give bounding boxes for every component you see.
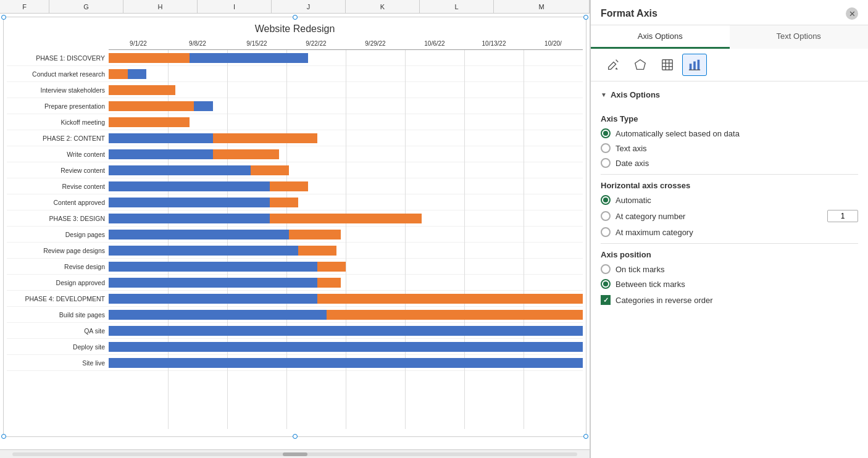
bar-track-6 bbox=[109, 149, 583, 160]
col-header-k: K bbox=[346, 0, 420, 13]
bar-row-6: Write content bbox=[7, 146, 583, 162]
shape-icon-button[interactable] bbox=[628, 54, 653, 76]
date-label-7: 10/20/ bbox=[524, 40, 583, 47]
bar-row-13: Revise design bbox=[7, 259, 583, 275]
bar-label-8: Revise content bbox=[7, 183, 109, 190]
axis-options-section: ▼ Axis Options Axis Type Automatically s… bbox=[591, 81, 868, 312]
axis-type-text[interactable]: Text axis bbox=[601, 143, 858, 153]
bar-orange-14 bbox=[317, 278, 341, 288]
date-axis: 9/1/22 9/8/22 9/15/22 9/22/22 9/29/22 10… bbox=[109, 38, 583, 50]
col-header-f: F bbox=[0, 0, 49, 13]
svg-rect-1 bbox=[662, 60, 673, 70]
bar-label-6: Write content bbox=[7, 151, 109, 158]
bar-orange-15 bbox=[317, 294, 583, 304]
close-button[interactable]: ✕ bbox=[846, 7, 858, 20]
category-number-input[interactable] bbox=[827, 210, 858, 222]
spreadsheet-area: F G H I J K L M Website Redesign 9/1/22 … bbox=[0, 0, 590, 458]
section-content: Axis Type Automatically select based on … bbox=[601, 103, 858, 307]
resize-handle-bm[interactable] bbox=[293, 434, 298, 439]
date-label-2: 9/15/22 bbox=[227, 40, 286, 47]
resize-handle-bl[interactable] bbox=[1, 434, 6, 439]
tab-text-options[interactable]: Text Options bbox=[730, 25, 869, 49]
resize-handle-tr[interactable] bbox=[583, 15, 588, 20]
axis-type-text-label: Text axis bbox=[616, 144, 647, 153]
bar-row-9: Content approved bbox=[7, 194, 583, 210]
panel-title: Format Axis bbox=[601, 8, 657, 19]
axis-pos-between-tick-label: Between tick marks bbox=[616, 280, 685, 289]
axis-type-date[interactable]: Date axis bbox=[601, 158, 858, 168]
col-header-m: M bbox=[494, 0, 590, 13]
bar-row-12: Review page designs bbox=[7, 243, 583, 259]
categories-reverse-checkbox[interactable]: Categories in reverse order bbox=[601, 295, 858, 305]
bar-orange-3 bbox=[109, 101, 194, 111]
axis-pos-on-tick[interactable]: On tick marks bbox=[601, 264, 858, 274]
horizontal-scrollbar[interactable] bbox=[0, 449, 590, 458]
h-axis-max-category[interactable]: At maximum category bbox=[601, 227, 858, 237]
col-header-g: G bbox=[49, 0, 123, 13]
bar-track-17 bbox=[109, 325, 583, 336]
fill-icon-button[interactable] bbox=[601, 54, 625, 76]
tab-axis-options[interactable]: Axis Options bbox=[591, 25, 730, 49]
chart-body: 9/1/22 9/8/22 9/15/22 9/22/22 9/29/22 10… bbox=[4, 38, 586, 429]
svg-rect-7 bbox=[693, 62, 696, 70]
h-axis-category[interactable]: At category number bbox=[601, 211, 827, 221]
bar-row-10: PHASE 3: DESIGN bbox=[7, 210, 583, 227]
bar-row-16: Build site pages bbox=[7, 307, 583, 323]
bar-track-16 bbox=[109, 309, 583, 320]
gantt-chart[interactable]: Website Redesign 9/1/22 9/8/22 9/15/22 9… bbox=[3, 17, 586, 437]
bar-track-14 bbox=[109, 277, 583, 288]
spreadsheet-content: Website Redesign 9/1/22 9/8/22 9/15/22 9… bbox=[0, 14, 590, 449]
date-label-6: 10/13/22 bbox=[464, 40, 524, 47]
bar-track-15 bbox=[109, 293, 583, 304]
bar-blue-17 bbox=[109, 326, 583, 336]
bar-label-19: Site live bbox=[7, 359, 109, 367]
h-axis-radio-group: Automatic At category number At maximum … bbox=[601, 195, 858, 237]
bar-blue-16 bbox=[109, 310, 346, 320]
bar-row-11: Design pages bbox=[7, 227, 583, 243]
col-header-i: I bbox=[198, 0, 272, 13]
resize-handle-br[interactable] bbox=[583, 434, 588, 439]
section-header[interactable]: ▼ Axis Options bbox=[601, 86, 858, 103]
bar-orange-4 bbox=[109, 117, 190, 127]
col-header-h: H bbox=[123, 0, 198, 13]
divider-2 bbox=[601, 243, 858, 244]
axis-position-title: Axis position bbox=[601, 250, 858, 259]
bars-area: PHASE 1: DISCOVERY Conduct market resear… bbox=[7, 50, 583, 429]
scrollbar-track[interactable] bbox=[12, 452, 577, 456]
axis-pos-between-tick[interactable]: Between tick marks bbox=[601, 279, 858, 289]
resize-handle-tl[interactable] bbox=[1, 15, 6, 20]
bar-track-5 bbox=[109, 133, 583, 144]
bar-label-7: Review content bbox=[7, 167, 109, 174]
panel-tabs: Axis Options Text Options bbox=[591, 25, 868, 49]
bar-orange-5 bbox=[213, 133, 317, 143]
format-axis-panel: Format Axis ✕ Axis Options Text Options bbox=[590, 0, 868, 458]
resize-handle-tm[interactable] bbox=[293, 15, 298, 20]
bar-orange-13 bbox=[317, 262, 346, 272]
scrollbar-thumb[interactable] bbox=[283, 452, 307, 456]
bar-orange-7 bbox=[251, 165, 288, 175]
svg-rect-6 bbox=[690, 64, 692, 70]
bar-track-3 bbox=[109, 101, 583, 112]
bar-label-12: Review page designs bbox=[7, 247, 109, 254]
bar-track-9 bbox=[109, 197, 583, 208]
bar-orange-2 bbox=[109, 85, 175, 95]
axis-type-title: Axis Type bbox=[601, 114, 858, 123]
bar-label-1: Conduct market research bbox=[7, 70, 109, 78]
bar-blue-13 bbox=[109, 262, 327, 272]
bar-orange-6 bbox=[213, 149, 280, 159]
date-label-5: 10/6/22 bbox=[405, 40, 464, 47]
radio-date-indicator bbox=[601, 158, 611, 168]
axis-pos-on-tick-label: On tick marks bbox=[616, 265, 664, 274]
bar-chart-icon-button[interactable] bbox=[682, 54, 707, 76]
axis-type-auto[interactable]: Automatically select based on data bbox=[601, 128, 858, 138]
bar-label-0: PHASE 1: DISCOVERY bbox=[7, 54, 109, 62]
bar-row-1: Conduct market research bbox=[7, 66, 583, 82]
col-header-j: J bbox=[272, 0, 346, 13]
h-axis-automatic[interactable]: Automatic bbox=[601, 195, 858, 205]
radio-on-tick-indicator bbox=[601, 264, 611, 274]
size-icon-button[interactable] bbox=[655, 54, 680, 76]
bar-row-7: Review content bbox=[7, 162, 583, 178]
bar-orange-11 bbox=[289, 230, 341, 239]
bar-blue-18 bbox=[109, 342, 583, 352]
bar-orange-9 bbox=[270, 198, 298, 207]
